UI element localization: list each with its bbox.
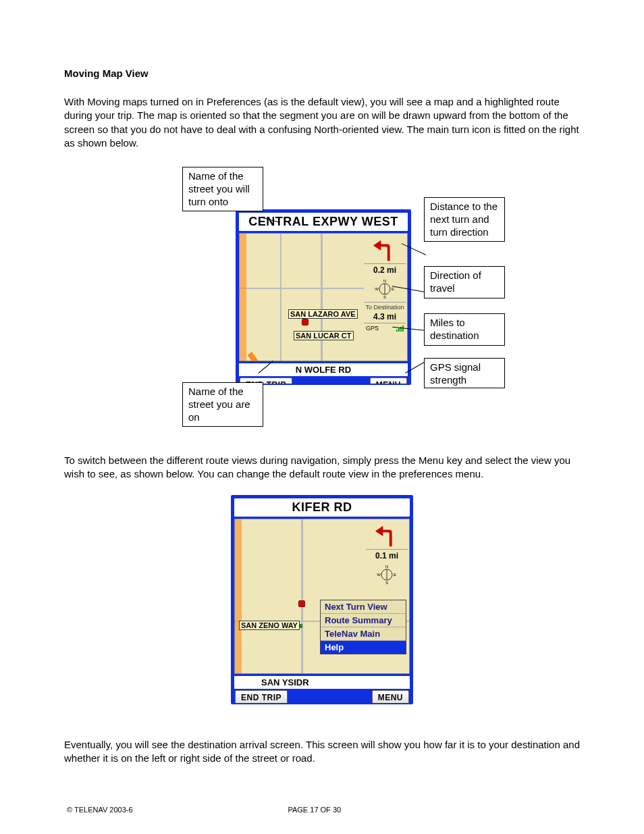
position-marker-icon — [302, 319, 308, 325]
callout-next-turn: Distance to the next turn and turn direc… — [424, 197, 505, 242]
map-street-label: SAN LAZARO AVE — [288, 309, 358, 319]
svg-text:S: S — [385, 581, 388, 585]
page-footer: © TELENAV 2003-6 PAGE 17 OF 30 — [64, 806, 580, 814]
callout-current-street: Name of the street you are on — [182, 382, 263, 427]
map-side-panel: 0.1 mi N S W E — [366, 521, 408, 588]
menu-item-route-summary[interactable]: Route Summary — [321, 614, 406, 627]
svg-text:N: N — [385, 565, 388, 569]
figure-2-container: KIFER RD SAN ZENO WAY 0.1 mi N — [231, 495, 413, 704]
map-street-label: SAN LUCAR CT — [294, 331, 354, 340]
route-highlight — [235, 519, 242, 673]
section-title: Moving Map View — [64, 68, 580, 79]
compass-icon: N S W E — [375, 279, 395, 299]
position-marker-icon — [298, 600, 305, 607]
turn-left-icon — [372, 238, 398, 262]
current-road-label: N WOLFE RD — [239, 363, 408, 376]
svg-text:N: N — [383, 279, 386, 283]
map-canvas: SAN ZENO WAY 0.1 mi N S W E — [234, 519, 410, 674]
callout-miles-dest: Miles to destination — [424, 313, 505, 346]
menu-popup: Next Turn View Route Summary TeleNav Mai… — [320, 600, 406, 654]
callout-direction: Direction of travel — [424, 266, 505, 298]
callout-turn-street: Name of the street you will turn onto — [182, 167, 263, 211]
paragraph-3: Eventually, you will see the destination… — [64, 738, 580, 766]
route-highlight — [248, 352, 279, 361]
svg-text:S: S — [383, 295, 386, 299]
next-turn-distance: 0.1 mi — [366, 549, 408, 562]
to-destination-label: To Destination — [364, 302, 406, 311]
road-line — [321, 234, 323, 361]
svg-text:W: W — [375, 287, 379, 291]
menu-button[interactable]: MENU — [372, 690, 409, 704]
to-destination-value: 4.3 mi — [364, 311, 406, 323]
figure-1-container: Name of the street you will turn onto Di… — [64, 163, 580, 434]
road-line — [301, 519, 303, 674]
map-device-2: KIFER RD SAN ZENO WAY 0.1 mi N — [231, 495, 413, 704]
road-line — [280, 234, 281, 361]
turn-left-icon — [374, 523, 400, 548]
menu-item-telenav-main[interactable]: TeleNav Main — [321, 627, 406, 641]
paragraph-2: To switch between the different route vi… — [64, 454, 580, 481]
paragraph-1: With Moving maps turned on in Preference… — [64, 95, 580, 150]
menu-item-help[interactable]: Help — [321, 641, 406, 654]
map-device-1: CENTRAL EXPWY WEST SAN LAZARO AVE SAN LU… — [236, 209, 411, 385]
menu-item-next-turn[interactable]: Next Turn View — [321, 600, 406, 614]
next-turn-street-banner: CENTRAL EXPWY WEST — [239, 213, 408, 231]
current-road-label: SAN YSIDR — [234, 676, 410, 689]
svg-text:E: E — [394, 573, 396, 577]
map-side-panel: 0.2 mi N S W E To Destination 4.3 mi — [364, 235, 406, 333]
svg-text:W: W — [377, 573, 381, 577]
callout-gps: GPS signal strength — [424, 358, 505, 388]
end-trip-button[interactable]: END TRIP — [235, 690, 288, 704]
next-turn-street-banner: KIFER RD — [234, 498, 410, 517]
map-street-label: SAN ZENO WAY — [239, 621, 300, 630]
next-turn-distance: 0.2 mi — [364, 263, 406, 276]
map-canvas: SAN LAZARO AVE SAN LUCAR CT 0.2 mi N S W — [239, 233, 408, 361]
menu-button[interactable]: MENU — [370, 377, 407, 385]
compass-icon: N S W E — [377, 565, 397, 585]
gps-label: GPS — [366, 325, 379, 332]
copyright: © TELENAV 2003-6 — [67, 806, 133, 814]
page-number: PAGE 17 OF 30 — [288, 806, 341, 814]
route-highlight — [240, 234, 246, 361]
svg-text:E: E — [392, 287, 394, 291]
